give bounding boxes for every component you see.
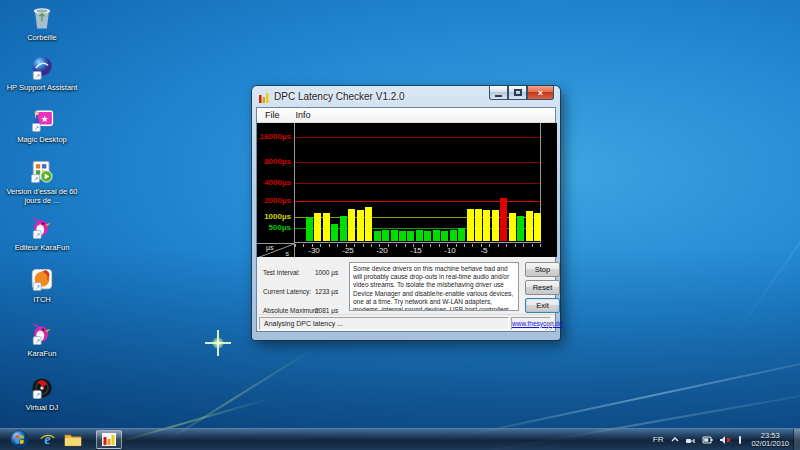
status-bar: Analysing DPC latency ... www.thesycon.d… — [257, 314, 555, 331]
y-unit-label: µs — [266, 244, 274, 251]
latency-bar — [314, 213, 321, 241]
desktop-icon-version-essai[interactable]: ↗ Version d'essai de 60 jours de ... — [2, 158, 82, 205]
hp-orb-icon: ↗ — [28, 54, 56, 82]
gridline-4000 — [294, 183, 540, 184]
latency-bar — [458, 228, 465, 241]
x-tick: -15 — [410, 246, 422, 255]
stat-label-test-interval: Test Interval: — [263, 269, 300, 276]
gridline-8000 — [294, 162, 540, 163]
stat-label-absolute-maximum: Absolute Maximum: — [263, 307, 320, 314]
status-text: Analysing DPC latency ... — [259, 317, 509, 330]
start-button[interactable] — [4, 430, 34, 450]
latency-bar — [331, 224, 338, 241]
chart-plot-area — [294, 123, 541, 243]
itch-icon: ↗ — [28, 266, 56, 294]
y-axis-line — [294, 123, 295, 257]
latency-bar — [306, 217, 313, 241]
desktop-icon-label: Virtual DJ — [2, 404, 82, 413]
latency-bar — [399, 231, 406, 242]
karafun-bird-icon: ↗ — [28, 320, 56, 348]
latency-bar — [500, 198, 507, 241]
latency-bar — [492, 210, 499, 241]
taskbar: e FR — [0, 428, 800, 450]
latency-bar — [416, 230, 423, 241]
clock-date: 02/01/2010 — [751, 440, 789, 448]
desktop-icon-label: KaraFun — [2, 350, 82, 359]
x-tick: -30 — [308, 246, 320, 255]
desktop-icon-karafun[interactable]: ↗ KaraFun — [2, 320, 82, 359]
network-icon[interactable] — [685, 435, 696, 445]
trial-app-icon: ↗ — [28, 158, 56, 186]
hidden-icons-chevron[interactable] — [671, 436, 679, 444]
window-title: DPC Latency Checker V1.2.0 — [274, 91, 405, 102]
desktop-icon-corbeille[interactable]: Corbeille — [2, 4, 82, 43]
windows-orb-icon — [10, 430, 29, 449]
axis-unit-corner: µs s — [257, 243, 294, 257]
input-indicator-icon[interactable] — [737, 435, 743, 445]
latency-bar — [348, 209, 355, 241]
volume-muted-icon[interactable] — [719, 435, 731, 445]
latency-bar — [433, 230, 440, 241]
explorer-folder-icon[interactable] — [60, 430, 86, 450]
x-tick: -5 — [480, 246, 487, 255]
y-axis-label-16000: 16000µs — [257, 132, 291, 141]
latency-bar — [526, 211, 533, 241]
x-tick: -25 — [342, 246, 354, 255]
x-unit-label: s — [286, 250, 290, 257]
thesycon-link[interactable]: www.thesycon.de — [512, 320, 563, 327]
stat-label-current-latency: Current Latency: — [263, 288, 311, 295]
latency-bar — [475, 209, 482, 241]
close-button[interactable]: × — [527, 86, 554, 100]
latency-chart: 16000µs 8000µs 4000µs 2000µs 1000µs 500µ… — [257, 123, 557, 257]
desktop-icon-magic-desktop[interactable]: ★ ↗ Magic Desktop — [2, 106, 82, 145]
gridline-16000 — [294, 137, 540, 138]
menu-file[interactable]: File — [257, 110, 288, 120]
minimize-button[interactable] — [489, 86, 508, 100]
menu-info[interactable]: Info — [288, 110, 319, 120]
desktop-icon-hp-support[interactable]: ↗ HP Support Assistant — [2, 54, 82, 93]
resize-grip[interactable] — [546, 322, 554, 330]
power-battery-icon[interactable] — [702, 435, 713, 445]
taskbar-dpc-latency-button[interactable] — [96, 430, 122, 449]
dpc-app-icon — [102, 433, 116, 446]
taskbar-clock[interactable]: 23:53 02/01/2010 — [751, 432, 789, 448]
stop-button[interactable]: Stop — [525, 262, 560, 277]
info-panel: Test Interval: 1000 µs Current Latency: … — [257, 257, 555, 317]
x-axis-labels: -30 -25 -20 -15 -10 -5 — [294, 246, 541, 257]
y-axis-label-500: 500µs — [257, 223, 291, 232]
latency-bar — [441, 231, 448, 242]
reset-button[interactable]: Reset — [525, 280, 560, 295]
desktop-icon-editeur-karafun[interactable]: ↗ Editeur KaraFun — [2, 214, 82, 253]
show-desktop-button[interactable] — [793, 429, 800, 450]
desktop: Corbeille ↗ HP Support Assistant ★ ↗ Mag… — [0, 0, 800, 450]
svg-text:↗: ↗ — [34, 124, 39, 131]
y-axis-label-4000: 4000µs — [257, 178, 291, 187]
latency-bar — [391, 230, 398, 241]
desktop-icon-label: Corbeille — [2, 34, 82, 43]
desktop-icon-itch[interactable]: ↗ ITCH — [2, 266, 82, 305]
light-streak — [729, 0, 800, 344]
desktop-icon-label: HP Support Assistant — [2, 84, 82, 93]
magic-desktop-icon: ★ ↗ — [28, 106, 56, 134]
recycle-bin-icon — [28, 4, 56, 32]
exit-button[interactable]: Exit — [525, 298, 560, 313]
language-indicator[interactable]: FR — [653, 435, 664, 444]
y-axis-label-8000: 8000µs — [257, 157, 291, 166]
y-axis-label-2000: 2000µs — [257, 196, 291, 205]
latency-bar — [424, 231, 431, 241]
app-icon[interactable] — [258, 91, 270, 103]
desktop-icon-label: ITCH — [2, 296, 82, 305]
latency-bar — [323, 213, 330, 241]
dpc-latency-checker-window: DPC Latency Checker V1.2.0 × File Info — [252, 86, 560, 340]
desktop-icon-label: Editeur KaraFun — [2, 244, 82, 253]
title-bar[interactable]: DPC Latency Checker V1.2.0 × — [256, 86, 556, 107]
maximize-button[interactable] — [508, 86, 527, 100]
advice-message-box: Some device drivers on this machine beha… — [349, 262, 519, 311]
desktop-icon-virtual-dj[interactable]: ↗ Virtual DJ — [2, 374, 82, 413]
latency-bar — [382, 230, 389, 241]
latency-bar — [467, 209, 474, 241]
latency-bar — [374, 231, 381, 242]
svg-text:e: e — [44, 432, 50, 447]
svg-text:↗: ↗ — [35, 231, 40, 238]
internet-explorer-icon[interactable]: e — [34, 430, 60, 450]
